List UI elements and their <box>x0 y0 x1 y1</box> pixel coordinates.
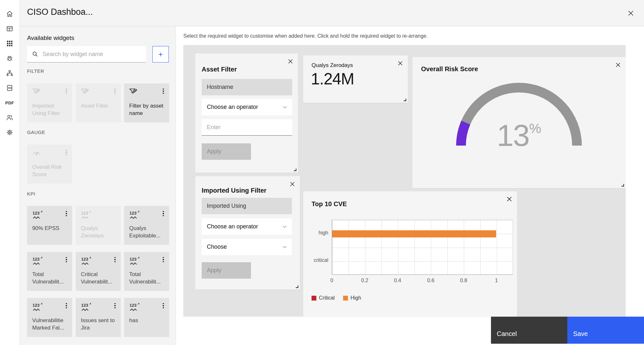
card-menu-kebab[interactable] <box>64 149 69 156</box>
value-select[interactable]: Choose <box>202 239 292 255</box>
nav-apps[interactable] <box>0 36 20 51</box>
resize-handle[interactable] <box>403 98 407 101</box>
chevron-down-icon <box>283 246 287 248</box>
gauge-value: 13% <box>412 118 626 153</box>
legend-high[interactable]: High <box>343 295 361 301</box>
card-menu-kebab[interactable] <box>161 88 166 94</box>
value-placeholder: Choose <box>207 244 227 250</box>
filter-field-select[interactable]: Hostname <box>202 79 292 95</box>
legend-swatch-high <box>343 296 348 301</box>
widget-overall-risk-score[interactable]: Overall Risk Score 13% <box>412 57 626 188</box>
card-menu-kebab[interactable] <box>161 302 166 309</box>
filter-field-value: Hostname <box>207 84 233 91</box>
legend-label: Critical <box>319 295 335 301</box>
widget-search <box>27 46 146 62</box>
nav-pdf[interactable]: PDF <box>0 95 20 110</box>
operator-placeholder: Choose an operator <box>207 223 258 230</box>
remove-widget-button[interactable] <box>288 180 296 188</box>
svg-text:123: 123 <box>81 303 88 308</box>
svg-text:123: 123 <box>81 257 88 262</box>
card-menu-kebab[interactable] <box>161 210 166 217</box>
remove-widget-button[interactable] <box>614 61 622 69</box>
widget-title: Asset Filter <box>202 66 237 73</box>
close-icon <box>507 196 512 202</box>
modal-header: CISO Dashboa... <box>20 0 644 26</box>
card-menu-kebab[interactable] <box>112 302 118 309</box>
save-button[interactable]: Save <box>567 317 644 344</box>
apps-grid-icon <box>6 40 13 47</box>
filter-value-input[interactable] <box>202 119 292 136</box>
y-axis-label-high: high <box>306 230 328 236</box>
widget-top-10-cve[interactable]: Top 10 CVE high critical 0 0.2 0.4 0.6 0… <box>303 191 517 317</box>
resize-handle[interactable] <box>295 284 299 288</box>
widget-card-overall-risk-score: Overall Risk Score <box>27 145 72 184</box>
card-menu-kebab[interactable] <box>64 210 69 217</box>
remove-widget-button[interactable] <box>505 195 513 203</box>
widget-asset-filter[interactable]: Asset Filter Hostname Choose an operator… <box>195 53 298 173</box>
apply-button[interactable]: Apply <box>202 262 251 279</box>
widget-card-label: Asset Filter <box>81 102 116 110</box>
widget-card-label: Imported Using Filter <box>32 102 67 117</box>
widget-card-90-epss[interactable]: 123 90% EPSS <box>27 206 72 245</box>
widget-card-label: has <box>129 317 164 324</box>
widget-imported-using-filter[interactable]: Imported Using Filter Imported Using Cho… <box>195 176 300 290</box>
widget-qualys-zerodays[interactable]: Qualys Zerodays 1.24M <box>303 55 408 103</box>
kpi-123-icon: 123 <box>129 256 140 266</box>
home-icon <box>6 10 13 17</box>
nav-dashboards[interactable] <box>0 21 20 36</box>
card-menu-kebab[interactable] <box>64 302 69 309</box>
dashboard-canvas-area: Select the required widget to customise … <box>176 27 644 345</box>
resize-handle[interactable] <box>293 168 297 171</box>
resize-handle[interactable] <box>620 183 624 187</box>
search-input[interactable] <box>43 51 139 58</box>
close-icon <box>616 62 620 67</box>
nav-asset-flow[interactable] <box>0 66 20 81</box>
dashboard-icon <box>6 25 13 32</box>
widget-card-critical-vulnerabilities[interactable]: 123 Critical Vulnerabilit... <box>76 252 121 291</box>
widget-card-total-vulnerabilities-1[interactable]: 123 Total Vulnerabilit... <box>27 252 72 291</box>
legend-critical[interactable]: Critical <box>312 295 335 301</box>
x-axis-tick: 1 <box>487 278 506 283</box>
apply-button[interactable]: Apply <box>202 143 251 160</box>
x-axis-tick: 0.4 <box>388 278 407 283</box>
card-menu-kebab[interactable] <box>112 256 118 263</box>
card-menu-kebab[interactable] <box>112 88 118 94</box>
svg-text:123: 123 <box>33 303 40 308</box>
bar-high[interactable] <box>332 230 496 237</box>
widget-card-issues-sent-to-jira[interactable]: 123 Issues sent to Jira <box>76 298 121 337</box>
operator-select[interactable]: Choose an operator <box>202 218 292 235</box>
kpi-123-icon: 123 <box>129 302 140 312</box>
remove-widget-button[interactable] <box>396 59 404 67</box>
widget-card-total-vulnerabilities-2[interactable]: 123 Total Vulnerabilit... <box>124 252 169 291</box>
widget-card-qualys-exploitable[interactable]: 123 Qualys Exploitable... <box>124 206 169 245</box>
nav-reports[interactable] <box>0 81 20 95</box>
section-heading-kpi: KPI <box>27 191 35 196</box>
kpi-123-icon: 123 <box>32 210 43 220</box>
widget-card-filter-by-asset-name[interactable]: Filter by asset name <box>124 83 169 122</box>
filter-field-select[interactable]: Imported Using <box>202 198 292 214</box>
operator-select[interactable]: Choose an operator <box>202 99 292 115</box>
remove-widget-button[interactable] <box>286 57 294 65</box>
cancel-button[interactable]: Cancel <box>491 317 567 344</box>
nav-home[interactable] <box>0 6 20 21</box>
close-modal-button[interactable] <box>627 9 635 17</box>
kpi-title: Qualys Zerodays <box>312 62 353 69</box>
x-axis-tick: 0.8 <box>454 278 473 283</box>
card-menu-kebab[interactable] <box>64 88 69 94</box>
report-icon <box>6 84 13 91</box>
widget-card-label: Qualys Exploitable... <box>129 225 164 239</box>
nav-users[interactable] <box>0 110 20 125</box>
widget-card-vulnerabilities-marked-false[interactable]: 123 Vulnerabilitie Marked Fal... <box>27 298 72 337</box>
gauge-icon <box>32 149 41 156</box>
widget-card-has[interactable]: 123 has <box>124 298 169 337</box>
nav-settings[interactable] <box>0 125 20 140</box>
close-icon <box>290 182 295 187</box>
legend-swatch-critical <box>312 296 316 301</box>
widget-card-qualys-zerodays: 123 Qualys Zerodays <box>76 206 121 245</box>
widget-card-label: Overall Risk Score <box>32 163 67 178</box>
nav-vulnerabilities[interactable] <box>0 51 20 66</box>
add-widget-button[interactable]: + <box>152 46 169 62</box>
widget-title: Top 10 CVE <box>312 200 347 208</box>
card-menu-kebab[interactable] <box>161 256 166 263</box>
card-menu-kebab[interactable] <box>64 256 69 263</box>
